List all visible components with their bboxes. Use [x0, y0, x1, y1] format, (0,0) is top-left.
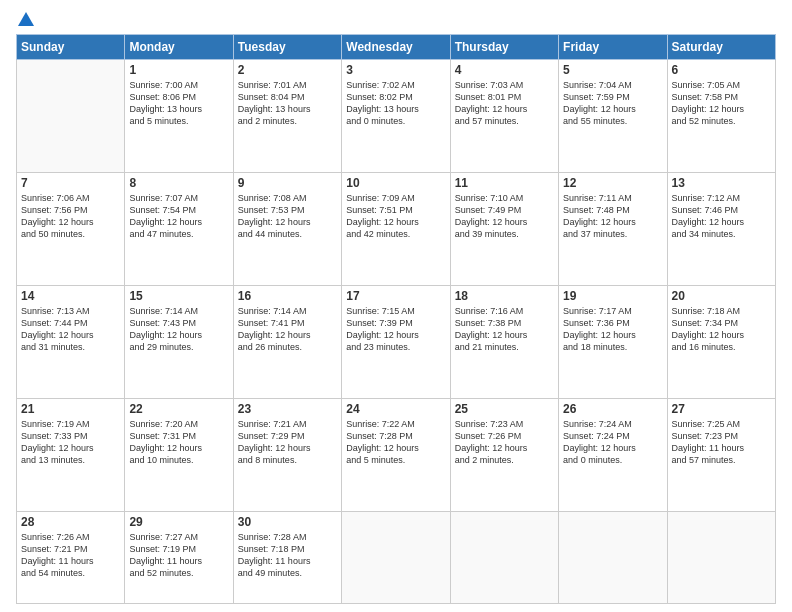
- cell-content: Sunrise: 7:20 AM Sunset: 7:31 PM Dayligh…: [129, 418, 228, 467]
- day-number: 11: [455, 176, 554, 190]
- calendar-cell: 18Sunrise: 7:16 AM Sunset: 7:38 PM Dayli…: [450, 285, 558, 398]
- cell-content: Sunrise: 7:06 AM Sunset: 7:56 PM Dayligh…: [21, 192, 120, 241]
- cell-content: Sunrise: 7:18 AM Sunset: 7:34 PM Dayligh…: [672, 305, 771, 354]
- calendar-cell: 3Sunrise: 7:02 AM Sunset: 8:02 PM Daylig…: [342, 60, 450, 173]
- day-number: 9: [238, 176, 337, 190]
- calendar-cell: 14Sunrise: 7:13 AM Sunset: 7:44 PM Dayli…: [17, 285, 125, 398]
- page: SundayMondayTuesdayWednesdayThursdayFrid…: [0, 0, 792, 612]
- cell-content: Sunrise: 7:27 AM Sunset: 7:19 PM Dayligh…: [129, 531, 228, 580]
- calendar-table: SundayMondayTuesdayWednesdayThursdayFrid…: [16, 34, 776, 604]
- calendar-cell: 30Sunrise: 7:28 AM Sunset: 7:18 PM Dayli…: [233, 511, 341, 603]
- day-number: 16: [238, 289, 337, 303]
- day-number: 15: [129, 289, 228, 303]
- logo: [16, 12, 34, 28]
- day-number: 12: [563, 176, 662, 190]
- calendar-week-row: 7Sunrise: 7:06 AM Sunset: 7:56 PM Daylig…: [17, 172, 776, 285]
- cell-content: Sunrise: 7:01 AM Sunset: 8:04 PM Dayligh…: [238, 79, 337, 128]
- cell-content: Sunrise: 7:11 AM Sunset: 7:48 PM Dayligh…: [563, 192, 662, 241]
- calendar-week-row: 28Sunrise: 7:26 AM Sunset: 7:21 PM Dayli…: [17, 511, 776, 603]
- calendar-cell: 1Sunrise: 7:00 AM Sunset: 8:06 PM Daylig…: [125, 60, 233, 173]
- calendar-cell: [667, 511, 775, 603]
- calendar-cell: [559, 511, 667, 603]
- day-number: 13: [672, 176, 771, 190]
- calendar-cell: [342, 511, 450, 603]
- day-number: 6: [672, 63, 771, 77]
- day-number: 30: [238, 515, 337, 529]
- cell-content: Sunrise: 7:26 AM Sunset: 7:21 PM Dayligh…: [21, 531, 120, 580]
- day-number: 4: [455, 63, 554, 77]
- day-header-monday: Monday: [125, 35, 233, 60]
- day-number: 3: [346, 63, 445, 77]
- cell-content: Sunrise: 7:04 AM Sunset: 7:59 PM Dayligh…: [563, 79, 662, 128]
- cell-content: Sunrise: 7:14 AM Sunset: 7:43 PM Dayligh…: [129, 305, 228, 354]
- day-number: 23: [238, 402, 337, 416]
- day-number: 26: [563, 402, 662, 416]
- cell-content: Sunrise: 7:23 AM Sunset: 7:26 PM Dayligh…: [455, 418, 554, 467]
- cell-content: Sunrise: 7:25 AM Sunset: 7:23 PM Dayligh…: [672, 418, 771, 467]
- calendar-week-row: 1Sunrise: 7:00 AM Sunset: 8:06 PM Daylig…: [17, 60, 776, 173]
- day-number: 8: [129, 176, 228, 190]
- cell-content: Sunrise: 7:07 AM Sunset: 7:54 PM Dayligh…: [129, 192, 228, 241]
- day-number: 28: [21, 515, 120, 529]
- day-number: 19: [563, 289, 662, 303]
- cell-content: Sunrise: 7:13 AM Sunset: 7:44 PM Dayligh…: [21, 305, 120, 354]
- day-header-sunday: Sunday: [17, 35, 125, 60]
- calendar-cell: 13Sunrise: 7:12 AM Sunset: 7:46 PM Dayli…: [667, 172, 775, 285]
- day-number: 21: [21, 402, 120, 416]
- calendar-cell: 21Sunrise: 7:19 AM Sunset: 7:33 PM Dayli…: [17, 398, 125, 511]
- cell-content: Sunrise: 7:22 AM Sunset: 7:28 PM Dayligh…: [346, 418, 445, 467]
- day-number: 2: [238, 63, 337, 77]
- calendar-header-row: SundayMondayTuesdayWednesdayThursdayFrid…: [17, 35, 776, 60]
- calendar-cell: 28Sunrise: 7:26 AM Sunset: 7:21 PM Dayli…: [17, 511, 125, 603]
- day-number: 7: [21, 176, 120, 190]
- calendar-cell: 23Sunrise: 7:21 AM Sunset: 7:29 PM Dayli…: [233, 398, 341, 511]
- calendar-cell: 27Sunrise: 7:25 AM Sunset: 7:23 PM Dayli…: [667, 398, 775, 511]
- calendar-cell: 6Sunrise: 7:05 AM Sunset: 7:58 PM Daylig…: [667, 60, 775, 173]
- day-number: 22: [129, 402, 228, 416]
- day-number: 1: [129, 63, 228, 77]
- calendar-cell: 16Sunrise: 7:14 AM Sunset: 7:41 PM Dayli…: [233, 285, 341, 398]
- calendar-cell: 22Sunrise: 7:20 AM Sunset: 7:31 PM Dayli…: [125, 398, 233, 511]
- calendar-cell: 15Sunrise: 7:14 AM Sunset: 7:43 PM Dayli…: [125, 285, 233, 398]
- cell-content: Sunrise: 7:02 AM Sunset: 8:02 PM Dayligh…: [346, 79, 445, 128]
- calendar-cell: 25Sunrise: 7:23 AM Sunset: 7:26 PM Dayli…: [450, 398, 558, 511]
- cell-content: Sunrise: 7:08 AM Sunset: 7:53 PM Dayligh…: [238, 192, 337, 241]
- calendar-cell: 5Sunrise: 7:04 AM Sunset: 7:59 PM Daylig…: [559, 60, 667, 173]
- calendar-week-row: 21Sunrise: 7:19 AM Sunset: 7:33 PM Dayli…: [17, 398, 776, 511]
- day-header-saturday: Saturday: [667, 35, 775, 60]
- logo-triangle-icon: [18, 12, 34, 26]
- calendar-cell: [17, 60, 125, 173]
- cell-content: Sunrise: 7:21 AM Sunset: 7:29 PM Dayligh…: [238, 418, 337, 467]
- calendar-cell: 19Sunrise: 7:17 AM Sunset: 7:36 PM Dayli…: [559, 285, 667, 398]
- cell-content: Sunrise: 7:16 AM Sunset: 7:38 PM Dayligh…: [455, 305, 554, 354]
- cell-content: Sunrise: 7:03 AM Sunset: 8:01 PM Dayligh…: [455, 79, 554, 128]
- day-number: 18: [455, 289, 554, 303]
- day-header-tuesday: Tuesday: [233, 35, 341, 60]
- cell-content: Sunrise: 7:28 AM Sunset: 7:18 PM Dayligh…: [238, 531, 337, 580]
- day-number: 20: [672, 289, 771, 303]
- day-number: 24: [346, 402, 445, 416]
- cell-content: Sunrise: 7:09 AM Sunset: 7:51 PM Dayligh…: [346, 192, 445, 241]
- calendar-cell: 2Sunrise: 7:01 AM Sunset: 8:04 PM Daylig…: [233, 60, 341, 173]
- calendar-cell: 11Sunrise: 7:10 AM Sunset: 7:49 PM Dayli…: [450, 172, 558, 285]
- calendar-cell: 26Sunrise: 7:24 AM Sunset: 7:24 PM Dayli…: [559, 398, 667, 511]
- cell-content: Sunrise: 7:00 AM Sunset: 8:06 PM Dayligh…: [129, 79, 228, 128]
- header: [16, 12, 776, 28]
- calendar-cell: 10Sunrise: 7:09 AM Sunset: 7:51 PM Dayli…: [342, 172, 450, 285]
- day-number: 5: [563, 63, 662, 77]
- calendar-week-row: 14Sunrise: 7:13 AM Sunset: 7:44 PM Dayli…: [17, 285, 776, 398]
- cell-content: Sunrise: 7:05 AM Sunset: 7:58 PM Dayligh…: [672, 79, 771, 128]
- cell-content: Sunrise: 7:10 AM Sunset: 7:49 PM Dayligh…: [455, 192, 554, 241]
- day-header-friday: Friday: [559, 35, 667, 60]
- day-number: 17: [346, 289, 445, 303]
- cell-content: Sunrise: 7:12 AM Sunset: 7:46 PM Dayligh…: [672, 192, 771, 241]
- calendar-cell: 4Sunrise: 7:03 AM Sunset: 8:01 PM Daylig…: [450, 60, 558, 173]
- cell-content: Sunrise: 7:14 AM Sunset: 7:41 PM Dayligh…: [238, 305, 337, 354]
- day-header-thursday: Thursday: [450, 35, 558, 60]
- calendar-cell: 12Sunrise: 7:11 AM Sunset: 7:48 PM Dayli…: [559, 172, 667, 285]
- day-number: 27: [672, 402, 771, 416]
- calendar-cell: 24Sunrise: 7:22 AM Sunset: 7:28 PM Dayli…: [342, 398, 450, 511]
- day-number: 10: [346, 176, 445, 190]
- cell-content: Sunrise: 7:19 AM Sunset: 7:33 PM Dayligh…: [21, 418, 120, 467]
- calendar-cell: 20Sunrise: 7:18 AM Sunset: 7:34 PM Dayli…: [667, 285, 775, 398]
